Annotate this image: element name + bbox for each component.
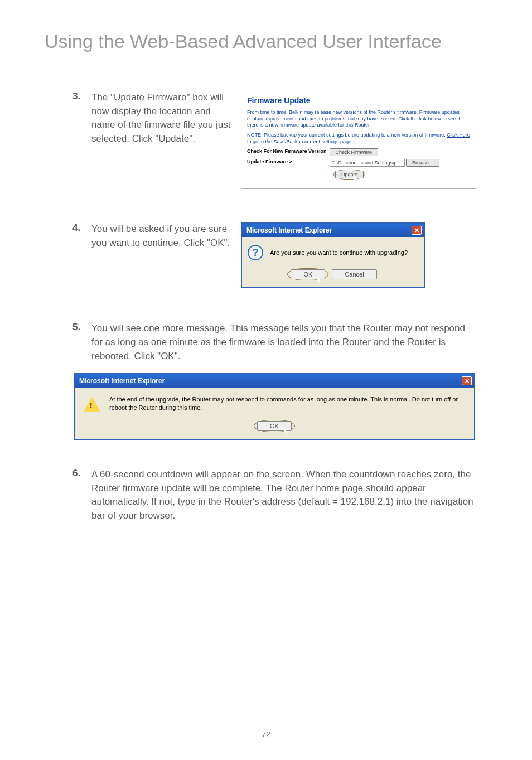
browse-button[interactable]: Browse... bbox=[406, 159, 439, 167]
dialog-titlebar: Microsoft Internet Explorer ✕ bbox=[75, 374, 474, 388]
ie-info-dialog: Microsoft Internet Explorer ✕ At the end… bbox=[74, 373, 475, 440]
dialog-message: Are you sure you want to continue with u… bbox=[270, 249, 408, 257]
step-4: 4. You will be asked if you are sure you… bbox=[72, 222, 476, 288]
step-text: You will see one more message. This mess… bbox=[91, 322, 476, 363]
step-number: 3. bbox=[72, 91, 91, 102]
firmware-note-suffix: to go to the Save/Backup current setting… bbox=[247, 139, 353, 144]
step-number: 6. bbox=[72, 468, 91, 479]
firmware-note-prefix: NOTE: Please backup your current setting… bbox=[247, 132, 446, 138]
dialog-title: Microsoft Internet Explorer bbox=[246, 226, 332, 234]
step-6: 6. A 60-second countdown will appear on … bbox=[72, 468, 476, 523]
check-firmware-button[interactable]: Check Firmware bbox=[330, 148, 379, 156]
step-text: A 60-second countdown will appear on the… bbox=[91, 468, 476, 523]
step-number: 5. bbox=[72, 322, 91, 333]
step-text: You will be asked if you are sure you wa… bbox=[91, 222, 231, 250]
dialog-titlebar: Microsoft Internet Explorer ✕ bbox=[242, 224, 424, 237]
page-title: Using the Web-Based Advanced User Interf… bbox=[0, 0, 532, 57]
page-number: 72 bbox=[0, 730, 532, 739]
check-firmware-label: Check For New Firmware Version bbox=[247, 148, 328, 154]
cancel-button[interactable]: Cancel bbox=[332, 269, 376, 279]
step-3: 3. The "Update Firmware" box will now di… bbox=[72, 91, 476, 189]
ie-confirm-dialog: Microsoft Internet Explorer ✕ ? Are you … bbox=[241, 222, 425, 288]
firmware-panel-title: Firmware Update bbox=[247, 96, 470, 105]
firmware-intro-text: From time to time, Belkin may release ne… bbox=[247, 109, 470, 129]
close-icon[interactable]: ✕ bbox=[462, 376, 472, 385]
ok-button[interactable]: OK bbox=[291, 269, 325, 279]
content-area: 3. The "Update Firmware" box will now di… bbox=[0, 57, 532, 523]
step-5: 5. You will see one more message. This m… bbox=[72, 322, 476, 363]
firmware-note-text: NOTE: Please backup your current setting… bbox=[247, 132, 470, 145]
ok-button[interactable]: OK bbox=[257, 421, 292, 431]
step-number: 4. bbox=[72, 222, 91, 234]
dialog-title: Microsoft Internet Explorer bbox=[79, 377, 165, 385]
dialog-message: At the end of the upgrade, the Router ma… bbox=[109, 395, 468, 412]
firmware-path-input[interactable]: C:\Documents and Settings\j bbox=[330, 159, 405, 167]
ok-button-highlight: OK bbox=[254, 420, 295, 432]
firmware-update-panel: Firmware Update From time to time, Belki… bbox=[241, 91, 476, 189]
update-button-highlight: Update bbox=[333, 170, 365, 180]
update-firmware-label: Update Firmware > bbox=[247, 159, 328, 164]
update-button[interactable]: Update bbox=[335, 171, 364, 178]
step-text: The "Update Firmware" box will now displ… bbox=[91, 91, 231, 146]
warning-icon bbox=[84, 397, 100, 412]
question-icon: ? bbox=[248, 245, 263, 260]
close-icon[interactable]: ✕ bbox=[412, 226, 422, 235]
ok-button-highlight: OK bbox=[287, 268, 328, 280]
firmware-click-here-link[interactable]: Click Here bbox=[447, 132, 470, 138]
